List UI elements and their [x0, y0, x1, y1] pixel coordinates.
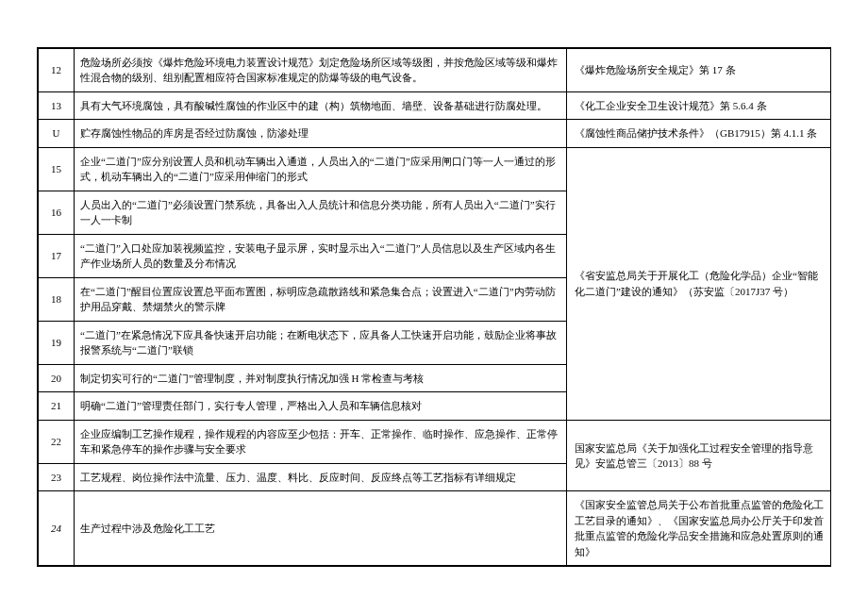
row-content: 贮存腐蚀性物品的库房是否经过防腐蚀，防渗处理 [75, 120, 567, 148]
row-content: “二道门”入口处应加装视频监控，安装电子显示屏，实时显示出入“二道门”人员信息以… [75, 234, 567, 277]
row-content: 企业“二道门”应分别设置人员和机动车辆出入通道，人员出入的“二道门”应采用闸口门… [75, 147, 567, 191]
regulation-table: 12 危险场所必须按《爆炸危险环境电力装置设计规范》划定危险场所区域等级图，并按… [38, 48, 831, 567]
table-row: 15 企业“二道门”应分别设置人员和机动车辆出入通道，人员出入的“二道门”应采用… [39, 147, 831, 191]
row-content: “二道门”在紧急情况下应具备快速开启功能；在断电状态下，应具备人工快速开启功能，… [75, 321, 567, 364]
table-row: 22 企业应编制工艺操作规程，操作规程的内容应至少包括：开车、正常操作、临时操作… [39, 420, 831, 463]
row-number: 17 [39, 234, 75, 277]
row-reference-merged: 《省安监总局关于开展化工（危险化学品）企业“智能化二道门”建设的通知》（苏安监〔… [567, 147, 831, 420]
row-content: 企业应编制工艺操作规程，操作规程的内容应至少包括：开车、正常操作、临时操作、应急… [75, 420, 567, 463]
table-row: 13 具有大气环境腐蚀，具有酸碱性腐蚀的作业区中的建（构）筑物地面、墙壁、设备基… [39, 91, 831, 120]
row-number: 15 [39, 147, 75, 191]
row-number: 20 [39, 364, 75, 392]
row-content: 明确“二道门”管理责任部门，实行专人管理，严格出入人员和车辆信息核对 [75, 392, 567, 421]
row-number: 24 [39, 491, 75, 566]
row-reference: 《化工企业安全卫生设计规范》第 5.6.4 条 [567, 91, 831, 120]
row-content: 具有大气环境腐蚀，具有酸碱性腐蚀的作业区中的建（构）筑物地面、墙壁、设备基础进行… [75, 91, 567, 120]
row-number: 16 [39, 191, 75, 234]
row-content: 在“二道门”醒目位置应设置总平面布置图，标明应急疏散路线和紧急集合点；设置进入“… [75, 277, 567, 321]
row-number: 19 [39, 321, 75, 364]
row-content: 人员出入的“二道门”必须设置门禁系统，具备出入人员统计和信息分类功能，所有人员出… [75, 191, 567, 234]
table-row: 24 生产过程中涉及危险化工工艺 《国家安全监管总局关于公布首批重点监管的危险化… [39, 491, 831, 566]
row-reference-merged: 国家安监总局《关于加强化工过程安全管理的指导意见》安监总管三〔2013〕88 号 [567, 420, 831, 491]
row-number: 12 [39, 48, 75, 91]
row-content: 工艺规程、岗位操作法中流量、压力、温度、料比、反应时间、反应终点等工艺指标有详细… [75, 463, 567, 491]
row-reference: 《国家安全监管总局关于公布首批重点监管的危险化工工艺目录的通知》、《国家安监总局… [567, 491, 831, 566]
row-content: 危险场所必须按《爆炸危险环境电力装置设计规范》划定危险场所区域等级图，并按危险区… [75, 48, 567, 91]
row-number: 23 [39, 463, 75, 491]
row-content: 生产过程中涉及危险化工工艺 [75, 491, 567, 566]
row-number: 22 [39, 420, 75, 463]
row-reference: 《爆炸危险场所安全规定》第 17 条 [567, 48, 831, 91]
table-row: U 贮存腐蚀性物品的库房是否经过防腐蚀，防渗处理 《腐蚀性商品储护技术条件》（G… [39, 120, 831, 148]
regulation-table-page: 12 危险场所必须按《爆炸危险环境电力装置设计规范》划定危险场所区域等级图，并按… [37, 47, 831, 568]
table-row: 12 危险场所必须按《爆炸危险环境电力装置设计规范》划定危险场所区域等级图，并按… [39, 48, 831, 91]
row-content: 制定切实可行的“二道门”管理制度，并对制度执行情况加强 H 常检查与考核 [75, 364, 567, 392]
row-number: U [39, 120, 75, 148]
row-number: 13 [39, 91, 75, 120]
row-number: 18 [39, 277, 75, 321]
row-reference: 《腐蚀性商品储护技术条件》（GB17915）第 4.1.1 条 [567, 120, 831, 148]
row-number: 21 [39, 392, 75, 421]
